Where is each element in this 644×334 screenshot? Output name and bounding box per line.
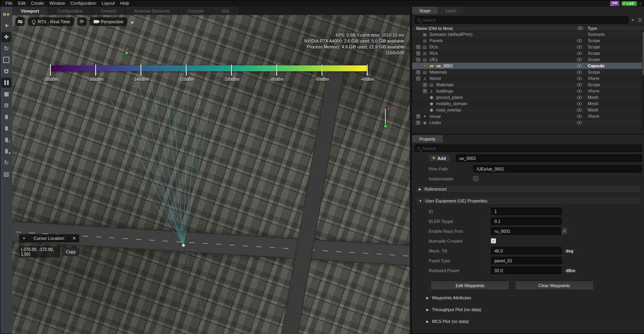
expand-icon[interactable]: + [416,70,420,74]
section-ue-properties[interactable]: ▼ User Equipment (UE) Properties [415,197,641,205]
section-references[interactable]: ▶ References [415,185,641,193]
visibility-eye-icon[interactable] [577,108,582,112]
visibility-eye-icon[interactable] [577,77,582,80]
collapse-icon[interactable]: − [416,76,420,81]
options-menu-icon[interactable]: ☰ [638,17,642,23]
toolbar-expand-chevrons[interactable]: » [130,19,133,25]
dropdown-arrow-icon[interactable]: ▼ [561,227,568,235]
snap-magnet-icon[interactable]: Ω [1,66,11,76]
prim-path-field[interactable]: /UEs/ue_0001 [473,165,642,173]
field-value-input[interactable]: 32.0 [491,267,562,274]
visibility-eye-icon[interactable] [577,121,582,124]
workspace-tab-content[interactable]: Content [93,7,125,15]
ue-stop-icon[interactable]: ■ [1,146,11,156]
pause-simulation-icon[interactable] [1,78,11,88]
expand-icon[interactable]: + [416,121,420,125]
viewport-3d[interactable]: RTX - Real-Time ⟳ Perspective » FPS: 0.9… [12,15,410,334]
prim-name-field[interactable]: ue_0001 [456,154,642,162]
stage-column-header[interactable]: Name (Old to New) Type [412,25,644,31]
ue-marker-1[interactable]: ➤ [125,51,128,55]
cursor-location-header[interactable]: ▼ Cursor Location ✕ [19,234,79,242]
viewport-settings-button[interactable] [15,17,25,26]
stage-row-ues[interactable]: −▤UEsScope [412,56,644,63]
window-edge-control[interactable]: ▾ [639,2,641,6]
close-icon[interactable]: ✕ [72,236,76,241]
panels-icon[interactable]: ▤ [1,169,11,179]
stage-row-visual[interactable]: +✦visualXform [412,113,644,119]
stage-search-input[interactable] [415,16,629,24]
workspace-tab-console[interactable]: Console [179,7,212,15]
field-value-input[interactable]: 1 [491,208,562,215]
visibility-eye-icon[interactable] [577,64,582,68]
workspace-tab-gis[interactable]: GIS [213,7,238,15]
tab-layer[interactable]: Layer [439,7,464,14]
stage-row-materials[interactable]: +▤MaterialsScope [412,82,644,88]
ue-spawn-icon[interactable]: ↑ [1,112,11,122]
visibility-eye-icon[interactable] [577,45,582,49]
ue-pause-icon[interactable]: ❙❙ [1,135,11,145]
stage-row-buildings[interactable]: +YbuildingsXform [412,88,644,94]
menu-file[interactable]: File [3,0,15,6]
tab-stage[interactable]: Stage [412,7,438,14]
rotate-tool-icon[interactable]: ↻ [1,43,11,54]
select-tool-icon[interactable]: ➤ [1,20,11,31]
field-value-input[interactable]: panel_01 [491,257,562,264]
ue-route-icon[interactable]: ─ [1,123,11,134]
add-property-button[interactable]: ✚ Add [429,154,450,162]
panel-divider[interactable] [410,7,412,334]
visibility-eye-icon[interactable] [577,39,582,43]
field-value-input[interactable]: 0.1 [491,217,562,225]
camera-selector[interactable]: Perspective [90,17,127,26]
clear-waypoints-button[interactable]: Clear Waypoints [515,281,594,290]
field-value-input[interactable]: 45.0 [491,247,562,254]
visibility-eye-icon[interactable] [577,58,582,61]
expand-icon[interactable]: + [416,114,420,119]
visibility-eye-icon[interactable] [577,52,582,55]
menu-create[interactable]: Create [28,0,47,6]
expand-icon[interactable]: + [423,89,427,93]
stage-row-road-overlay[interactable]: ⬢road_overlayMesh [412,107,644,113]
menu-layout[interactable]: Layout [99,0,117,6]
tab-property[interactable]: Property [412,135,443,143]
field-value-input[interactable]: ru_0001 [491,227,562,235]
field-checkbox[interactable]: ✓ [491,238,496,243]
visibility-eye-icon[interactable] [577,102,582,106]
renderer-selector[interactable]: RTX - Real-Time [28,17,74,26]
visibility-eye-icon[interactable] [577,83,582,87]
visibility-eye-icon[interactable] [577,71,582,74]
expand-icon[interactable]: + [416,45,420,49]
visibility-eye-icon[interactable] [577,115,582,118]
menu-window[interactable]: Window [47,0,68,6]
stage-row-materials[interactable]: +▤MaterialsScope [412,69,644,75]
move-tool-icon[interactable]: ✚ [1,32,11,42]
scale-tool-icon[interactable] [1,55,11,65]
stop-simulation-icon[interactable] [1,89,11,99]
edit-waypoints-button[interactable]: Edit Waypoints [431,281,509,290]
stage-row-scenario-defaultprim-[interactable]: ▦Scenario (defaultPrim)Scenario [412,31,644,37]
visibility-eye-icon[interactable] [577,96,582,99]
stage-scrollbar[interactable] [642,31,644,130]
visibility-eye-icon[interactable] [577,89,582,93]
expand-icon[interactable]: + [423,83,427,87]
workspace-tab-viewport[interactable]: Viewport [12,7,48,15]
instanceable-checkbox[interactable] [473,176,478,181]
section-mcs-plot-no-data-[interactable]: ▶MCS Plot (no data) [423,317,639,325]
filter-icon[interactable]: ▼, [631,18,635,22]
omniverse-cache-badge[interactable]: OM [610,1,619,6]
stage-row-looks[interactable]: +◉Looks [412,119,644,126]
property-search-input[interactable] [415,145,642,152]
resync-icon[interactable]: ↻ [1,158,11,168]
render-mode-button[interactable]: ⟳ [77,17,87,26]
section-throughput-plot-no-data-[interactable]: ▶Throughput Plot (no data) [423,306,639,314]
stage-row-world[interactable]: −YWorldXform [412,75,644,82]
expand-icon[interactable]: + [416,51,420,56]
menu-configuration[interactable]: Configuration [68,0,99,6]
stage-row-ground-plane[interactable]: ⬢ground_planeMesh [412,94,644,100]
section-waypoints-attributes[interactable]: ▶Waypoints Attributes [423,294,639,302]
copy-button[interactable]: Copy [62,248,79,256]
live-sync-button[interactable]: ϜLIVE [622,1,637,6]
ue-marker-2[interactable]: ➤ [384,109,387,128]
stage-row-rus[interactable]: +▤RUsScope [412,50,644,56]
workspace-tab-antenna-elements[interactable]: Antenna Elements [126,7,178,15]
stage-row-mobility-domain[interactable]: ⬢mobility_domainMesh [412,100,644,107]
